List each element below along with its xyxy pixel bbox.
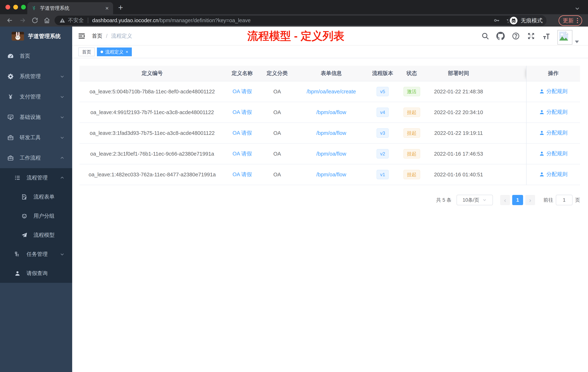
tag-close-icon[interactable]: × <box>126 49 128 55</box>
page-number-active[interactable]: 1 <box>512 195 523 205</box>
cell-definition-name[interactable]: OA 请假 <box>225 164 260 185</box>
user-avatar-dropdown[interactable] <box>557 27 579 44</box>
sidebar-logo[interactable]: 芋道管理系统 <box>0 27 72 46</box>
assign-rule-button[interactable]: 分配规则 <box>539 129 567 136</box>
sidebar-item-请假查询[interactable]: 请假查询 <box>0 264 72 283</box>
not-secure-warning-icon[interactable] <box>59 17 65 23</box>
toolbox-icon <box>7 134 14 141</box>
new-tab-button[interactable]: + <box>118 2 123 12</box>
sidebar-item-研发工具[interactable]: 研发工具 <box>0 127 72 148</box>
search-icon[interactable] <box>481 32 489 40</box>
monitor-icon <box>7 114 14 120</box>
window-controls[interactable] <box>5 5 26 10</box>
sidebar-item-支付管理[interactable]: 支付管理 <box>0 87 72 107</box>
form-link[interactable]: /bpm/oa/flow <box>316 172 346 177</box>
prev-page-button[interactable]: ‹ <box>500 195 510 205</box>
cell-form-link[interactable]: /bpm/oa/flow <box>295 123 368 143</box>
assign-rule-button[interactable]: 分配规则 <box>539 109 567 116</box>
definition-name-link[interactable]: OA 请假 <box>232 109 252 115</box>
github-icon[interactable] <box>496 32 505 40</box>
back-icon[interactable] <box>6 17 13 24</box>
definition-name-link[interactable]: OA 请假 <box>232 88 252 94</box>
cell-status: 挂起 <box>398 164 426 185</box>
tag-流程定义[interactable]: 流程定义× <box>97 47 132 56</box>
security-label[interactable]: 不安全 <box>68 17 84 24</box>
cell-action[interactable]: 分配规则 <box>526 81 580 102</box>
sidebar-item-流程管理[interactable]: 流程管理 <box>0 168 72 187</box>
address-bar[interactable]: 不安全 dashboard.yudao.iocoder.cn/bpm/manag… <box>54 16 518 25</box>
send-icon <box>21 232 28 238</box>
sidebar-item-用户分组[interactable]: 用户分组 <box>0 206 72 226</box>
help-icon[interactable] <box>512 32 520 40</box>
definition-name-link[interactable]: OA 请假 <box>232 151 252 156</box>
sidebar-item-工作流程[interactable]: 工作流程 <box>0 148 72 168</box>
avatar-broken-image[interactable] <box>557 30 572 44</box>
sidebar-item-流程表单[interactable]: 流程表单 <box>0 187 72 206</box>
next-page-button[interactable]: › <box>525 195 535 205</box>
definition-name-link[interactable]: OA 请假 <box>232 130 252 136</box>
sidebar-item-首页[interactable]: 首页 <box>0 46 72 66</box>
cell-definition-id: oa_leave:3:1fad3d93-7b75-11ec-a3c8-acde4… <box>79 123 225 143</box>
form-link[interactable]: /bpm/oa/flow <box>316 151 346 157</box>
tab-close-icon[interactable]: × <box>105 5 109 11</box>
assign-rule-button[interactable]: 分配规则 <box>539 88 567 95</box>
cell-form-link[interactable]: /bpm/oa/flow <box>295 102 368 123</box>
assign-rule-button[interactable]: 分配规则 <box>539 171 567 178</box>
column-header-部署时间: 部署时间 <box>426 66 491 81</box>
browser-menu-icon[interactable] <box>577 18 578 23</box>
form-link[interactable]: /bpm/oa/flow <box>316 130 346 136</box>
table-row: oa_leave:2:3c1f0ef1-76b1-11ec-9c66-a2380… <box>79 143 580 164</box>
cell-definition-name[interactable]: OA 请假 <box>225 81 260 102</box>
cell-form-link[interactable]: /bpm/oa/flow <box>295 164 368 185</box>
tag-首页[interactable]: 首页 <box>78 47 95 56</box>
cell-action[interactable]: 分配规则 <box>526 143 580 164</box>
form-link[interactable]: /bpm/oa/flow <box>316 109 346 115</box>
tab-search-chevron-icon[interactable] <box>574 5 580 12</box>
browser-tab[interactable]: 芋道管理系统 × <box>27 2 113 14</box>
sidebar-item-系统管理[interactable]: 系统管理 <box>0 66 72 87</box>
forward-icon[interactable] <box>19 17 26 24</box>
home-icon[interactable] <box>43 17 51 24</box>
sidebar-item-流程模型[interactable]: 流程模型 <box>0 226 72 245</box>
sidebar-item-label: 请假查询 <box>27 270 48 277</box>
form-link[interactable]: /bpm/oa/leave/create <box>307 89 356 94</box>
cell-category: OA <box>260 143 295 164</box>
top-navbar: 首页 / 流程定义 流程模型 - 定义列表 <box>72 27 588 45</box>
minimize-window-button[interactable] <box>13 5 18 10</box>
font-size-icon[interactable] <box>542 32 551 40</box>
assign-rule-label: 分配规则 <box>546 129 567 136</box>
maximize-window-button[interactable] <box>21 5 26 10</box>
breadcrumb-home[interactable]: 首页 <box>92 33 102 40</box>
assign-rule-button[interactable]: 分配规则 <box>539 150 567 157</box>
chevron-up-icon <box>59 175 65 181</box>
cell-form-link[interactable]: /bpm/oa/leave/create <box>295 81 368 102</box>
tag-label: 流程定义 <box>105 49 124 55</box>
main-area: 首页 / 流程定义 流程模型 - 定义列表 <box>72 27 588 372</box>
url-host: dashboard.yudao.iocoder.cn <box>92 17 158 23</box>
reload-icon[interactable] <box>31 17 39 24</box>
sidebar-collapse-icon[interactable] <box>78 32 86 40</box>
avatar-caret-icon[interactable] <box>575 41 579 43</box>
sidebar-item-基础设施[interactable]: 基础设施 <box>0 107 72 127</box>
cell-action[interactable]: 分配规则 <box>526 102 580 123</box>
close-window-button[interactable] <box>5 5 10 10</box>
definition-name-link[interactable]: OA 请假 <box>232 171 252 177</box>
fullscreen-icon[interactable] <box>527 32 535 40</box>
cell-action[interactable]: 分配规则 <box>526 164 580 185</box>
cell-definition-name[interactable]: OA 请假 <box>225 123 260 143</box>
tag-active-dot <box>101 51 103 53</box>
version-tag: v1 <box>377 170 389 179</box>
table-header-row: 定义编号定义名称定义分类表单信息流程版本状态部署时间操作 <box>79 66 580 81</box>
status-badge: 激活 <box>403 87 420 96</box>
cell-version: v5 <box>368 81 398 102</box>
password-key-icon[interactable] <box>494 17 500 24</box>
browser-update-button[interactable]: 更新 <box>558 15 582 26</box>
cell-definition-name[interactable]: OA 请假 <box>225 143 260 164</box>
table-body: oa_leave:5:004b710b-7b8a-11ec-8ef0-acde4… <box>79 81 580 185</box>
goto-page-input[interactable]: 1 <box>556 195 573 205</box>
cell-form-link[interactable]: /bpm/oa/flow <box>295 143 368 164</box>
cell-action[interactable]: 分配规则 <box>526 123 580 143</box>
sidebar-item-任务管理[interactable]: 任务管理 <box>0 245 72 264</box>
page-size-select[interactable]: 10条/页 <box>457 195 493 205</box>
cell-definition-name[interactable]: OA 请假 <box>225 102 260 123</box>
